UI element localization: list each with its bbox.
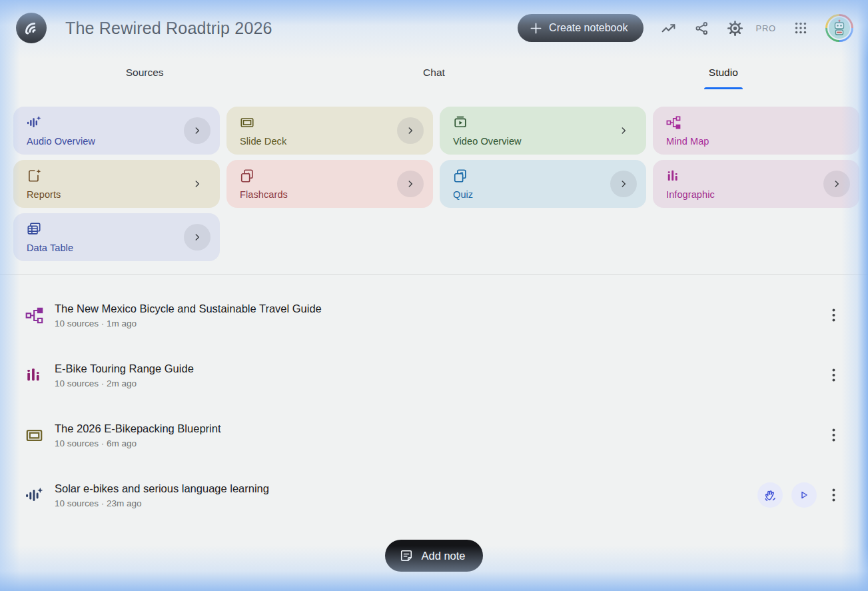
artifact-texts: E-Bike Touring Range Guide 10 sources · … [55, 362, 194, 388]
chevron-right-icon[interactable] [184, 117, 211, 144]
share-icon[interactable] [693, 19, 710, 37]
section-divider [0, 274, 868, 275]
artifact-texts: The New Mexico Bicycle and Sustainable T… [55, 302, 322, 328]
artifact-title: The New Mexico Bicycle and Sustainable T… [55, 302, 322, 315]
tool-card-audio-overview[interactable]: Audio Overview [13, 107, 220, 155]
artifact-title: E-Bike Touring Range Guide [55, 362, 194, 375]
artifact-row-audio-overview[interactable]: Solar e-bikes and serious language learn… [0, 465, 868, 525]
tool-card-label: Quiz [453, 189, 636, 200]
slide-deck-icon [25, 426, 43, 444]
audio-waveform-sparkle-icon [25, 486, 43, 504]
tool-card-mind-map[interactable]: Mind Map [653, 107, 859, 155]
chevron-right-icon[interactable] [184, 171, 211, 197]
artifact-meta: 10 sources · 2m ago [55, 378, 194, 388]
tool-card-data-table[interactable]: Data Table [13, 213, 220, 261]
chevron-right-icon[interactable] [610, 171, 637, 197]
notebook-title[interactable]: The Rewired Roadtrip 2026 [65, 19, 272, 38]
tool-card-label: Video Overview [453, 136, 636, 147]
more-options-icon[interactable] [825, 365, 841, 385]
video-overview-icon [453, 115, 468, 130]
artifact-meta: 10 sources · 23m ago [55, 498, 269, 508]
tool-card-infographic[interactable]: Infographic [653, 160, 859, 208]
quiz-icon: ? [453, 169, 468, 183]
tool-card-reports[interactable]: Reports [13, 160, 220, 208]
artifact-title: The 2026 E-Bikepacking Blueprint [55, 422, 220, 435]
account-avatar[interactable] [825, 14, 853, 42]
apps-grid-icon[interactable] [792, 19, 809, 37]
tab-studio-label: Studio [709, 67, 738, 79]
avatar-robot-image [827, 16, 851, 40]
notebooklm-logo-icon[interactable] [16, 13, 47, 43]
infographic-bars-icon [666, 169, 681, 183]
more-options-icon[interactable] [825, 425, 841, 445]
infographic-bars-icon [25, 366, 43, 384]
chevron-right-icon[interactable] [397, 117, 424, 144]
more-options-icon[interactable] [825, 485, 841, 505]
add-note-label: Add note [421, 550, 465, 562]
chevron-right-icon[interactable] [823, 171, 850, 197]
interactive-mode-button[interactable] [757, 482, 783, 508]
notebooklm-page: The Rewired Roadtrip 2026 Create noteboo… [0, 0, 868, 591]
add-note-container: Add note [0, 540, 868, 572]
studio-artifacts-list: The New Mexico Bicycle and Sustainable T… [0, 285, 868, 525]
tool-card-video-overview[interactable]: Video Overview [440, 107, 646, 155]
main-tabs: Sources Chat Studio [0, 56, 868, 89]
artifact-row-infographic[interactable]: E-Bike Touring Range Guide 10 sources · … [0, 345, 868, 405]
app-header: The Rewired Roadtrip 2026 Create noteboo… [0, 0, 868, 56]
pro-badge: PRO [755, 23, 776, 33]
tool-card-label: Mind Map [666, 136, 849, 147]
data-table-icon [27, 222, 41, 237]
plus-icon [530, 23, 542, 34]
audio-waveform-sparkle-icon [27, 115, 41, 130]
tool-card-quiz[interactable]: ? Quiz [440, 160, 646, 208]
tool-card-slide-deck[interactable]: Slide Deck [226, 107, 433, 155]
tool-card-label: Flashcards [240, 189, 422, 200]
slide-deck-icon [240, 115, 254, 130]
create-notebook-label: Create notebook [549, 22, 628, 34]
active-tab-underline [704, 87, 743, 89]
tool-card-label: Data Table [27, 243, 209, 253]
artifact-texts: The 2026 E-Bikepacking Blueprint 10 sour… [55, 422, 220, 448]
tool-card-label: Infographic [666, 189, 849, 200]
play-audio-button[interactable] [791, 482, 817, 508]
add-note-button[interactable]: Add note [385, 540, 482, 572]
artifact-meta: 10 sources · 1m ago [55, 318, 322, 328]
mind-map-icon [666, 115, 681, 130]
artifact-texts: Solar e-bikes and serious language learn… [55, 482, 269, 508]
tool-card-flashcards[interactable]: Flashcards [226, 160, 433, 208]
tab-studio[interactable]: Studio [579, 56, 868, 89]
tab-chat-label: Chat [423, 67, 445, 79]
tab-chat[interactable]: Chat [289, 56, 578, 89]
tab-sources[interactable]: Sources [0, 56, 289, 89]
trending-up-icon[interactable] [659, 19, 677, 37]
settings-gear-icon[interactable] [726, 19, 743, 37]
chevron-right-icon[interactable] [610, 117, 637, 144]
tool-card-label: Slide Deck [240, 136, 422, 147]
artifact-row-slide-deck[interactable]: The 2026 E-Bikepacking Blueprint 10 sour… [0, 405, 868, 465]
more-options-icon[interactable] [825, 305, 841, 325]
studio-tools-grid: Audio Overview Slide Deck [13, 107, 859, 261]
header-actions: Create notebook [518, 14, 853, 42]
note-icon [400, 549, 413, 562]
play-icon [798, 489, 810, 501]
chevron-right-icon[interactable] [184, 224, 211, 251]
tool-card-label: Audio Overview [27, 136, 209, 147]
waving-hand-icon [763, 488, 777, 502]
tool-card-label: Reports [27, 189, 209, 200]
chevron-right-icon[interactable] [397, 171, 424, 197]
create-notebook-button[interactable]: Create notebook [518, 14, 644, 42]
mind-map-icon [25, 306, 43, 324]
report-sparkle-icon [27, 169, 41, 183]
artifact-title: Solar e-bikes and serious language learn… [55, 482, 269, 495]
artifact-row-mind-map[interactable]: The New Mexico Bicycle and Sustainable T… [0, 285, 868, 345]
flashcards-icon [240, 169, 254, 183]
tab-sources-label: Sources [126, 67, 164, 79]
artifact-meta: 10 sources · 6m ago [55, 438, 220, 448]
